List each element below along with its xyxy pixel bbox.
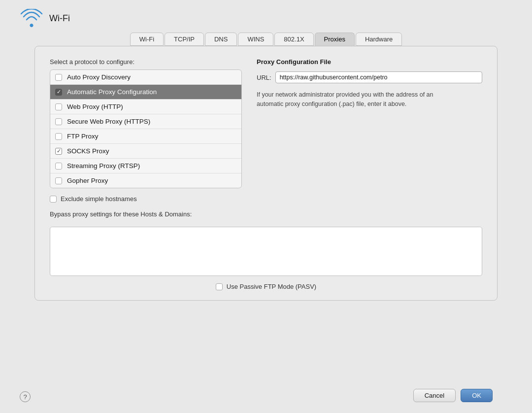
protocol-label-auto-discovery: Auto Proxy Discovery: [67, 73, 131, 81]
tab-dns[interactable]: DNS: [205, 33, 237, 46]
tab-bar: Wi-Fi TCP/IP DNS WINS 802.1X Proxies Har…: [115, 33, 418, 46]
checkmark-socks: ✓: [57, 148, 61, 154]
protocol-section-label: Select a protocol to configure:: [50, 58, 242, 66]
protocol-item-auto-config[interactable]: ✓ Automatic Proxy Configuration: [50, 85, 241, 100]
tab-hardware[interactable]: Hardware: [356, 33, 402, 46]
checkbox-auto-discovery[interactable]: [55, 74, 62, 81]
protocol-label-web-http: Web Proxy (HTTP): [67, 103, 123, 110]
tab-wifi[interactable]: Wi-Fi: [130, 33, 164, 46]
protocol-label-ftp: FTP Proxy: [67, 133, 99, 140]
pasv-label: Use Passive FTP Mode (PASV): [227, 283, 316, 290]
protocol-label-rtsp: Streaming Proxy (RTSP): [67, 162, 140, 170]
url-row: URL:: [257, 71, 482, 83]
footer-buttons: Cancel OK: [413, 389, 493, 402]
ok-button[interactable]: OK: [461, 389, 493, 402]
url-label: URL:: [257, 74, 271, 81]
protocol-item-rtsp[interactable]: Streaming Proxy (RTSP): [50, 159, 241, 173]
protocol-label-web-https: Secure Web Proxy (HTTPS): [67, 118, 150, 125]
checkbox-gopher[interactable]: [55, 177, 62, 184]
checkbox-auto-config[interactable]: ✓: [55, 89, 62, 96]
checkbox-rtsp[interactable]: [55, 163, 62, 170]
right-column: Proxy Configuration File URL: If your ne…: [257, 58, 482, 203]
checkbox-web-https[interactable]: [55, 118, 62, 125]
protocol-item-socks[interactable]: ✓ SOCKS Proxy: [50, 144, 241, 159]
protocol-item-web-https[interactable]: Secure Web Proxy (HTTPS): [50, 114, 241, 129]
help-button[interactable]: ?: [20, 391, 31, 402]
protocol-item-web-http[interactable]: Web Proxy (HTTP): [50, 100, 241, 114]
checkbox-socks[interactable]: ✓: [55, 148, 62, 155]
left-column: Select a protocol to configure: Auto Pro…: [50, 58, 242, 203]
wifi-icon: [20, 9, 43, 28]
panel-body: Select a protocol to configure: Auto Pro…: [50, 58, 482, 203]
checkmark-auto-config: ✓: [57, 89, 61, 95]
bypass-textarea[interactable]: [50, 227, 482, 276]
pasv-row: Use Passive FTP Mode (PASV): [50, 283, 482, 290]
protocol-item-auto-discovery[interactable]: Auto Proxy Discovery: [50, 70, 241, 85]
tab-tcpip[interactable]: TCP/IP: [165, 33, 204, 46]
header: Wi-Fi: [0, 0, 532, 33]
tab-8021x[interactable]: 802.1X: [274, 33, 313, 46]
main-window: Wi-Fi Wi-Fi TCP/IP DNS WINS 802.1X Proxi…: [0, 0, 532, 413]
protocol-item-ftp[interactable]: FTP Proxy: [50, 129, 241, 144]
protocol-item-gopher[interactable]: Gopher Proxy: [50, 173, 241, 188]
description-text: If your network administrator provided y…: [257, 90, 444, 109]
exclude-checkbox[interactable]: [50, 196, 57, 203]
config-title: Proxy Configuration File: [257, 58, 482, 66]
protocol-list: Auto Proxy Discovery ✓ Automatic Proxy C…: [50, 69, 242, 188]
protocol-label-socks: SOCKS Proxy: [67, 147, 109, 155]
main-panel: Select a protocol to configure: Auto Pro…: [34, 46, 498, 301]
exclude-label: Exclude simple hostnames: [61, 195, 137, 203]
tabs-section: Wi-Fi TCP/IP DNS WINS 802.1X Proxies Har…: [0, 33, 532, 301]
tab-proxies[interactable]: Proxies: [315, 33, 355, 46]
checkbox-ftp[interactable]: [55, 133, 62, 140]
bottom-area: Bypass proxy settings for these Hosts & …: [50, 210, 482, 276]
url-input[interactable]: [275, 71, 482, 83]
pasv-checkbox[interactable]: [216, 283, 223, 290]
bypass-label: Bypass proxy settings for these Hosts & …: [50, 210, 482, 218]
tab-wins[interactable]: WINS: [238, 33, 273, 46]
page-title: Wi-Fi: [49, 13, 70, 24]
exclude-row: Exclude simple hostnames: [50, 195, 242, 203]
checkbox-web-http[interactable]: [55, 103, 62, 110]
cancel-button[interactable]: Cancel: [413, 389, 456, 402]
protocol-label-gopher: Gopher Proxy: [67, 177, 108, 184]
protocol-label-auto-config: Automatic Proxy Configuration: [67, 88, 157, 96]
